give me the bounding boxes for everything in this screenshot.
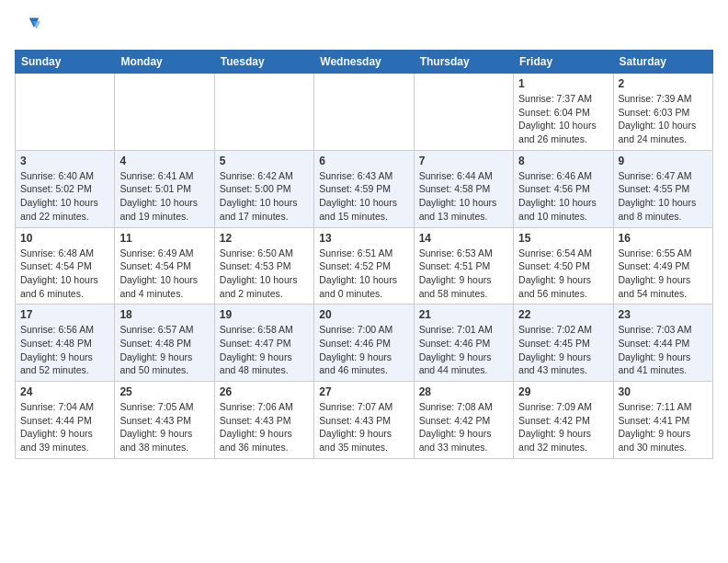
- day-number: 1: [518, 77, 608, 90]
- calendar-day: 22Sunrise: 7:02 AM Sunset: 4:45 PM Dayli…: [514, 304, 613, 382]
- day-info: Sunrise: 6:50 AM Sunset: 4:53 PM Dayligh…: [220, 247, 309, 301]
- day-info: Sunrise: 7:04 AM Sunset: 4:44 PM Dayligh…: [20, 400, 109, 454]
- day-info: Sunrise: 7:09 AM Sunset: 4:42 PM Dayligh…: [518, 400, 608, 454]
- day-number: 16: [619, 232, 708, 245]
- header-row: SundayMondayTuesdayWednesdayThursdayFrid…: [16, 51, 713, 74]
- day-header: Tuesday: [214, 51, 313, 74]
- calendar-week: 17Sunrise: 6:56 AM Sunset: 4:48 PM Dayli…: [16, 304, 713, 382]
- day-header: Saturday: [613, 51, 712, 74]
- calendar-day: [314, 74, 414, 151]
- day-info: Sunrise: 7:07 AM Sunset: 4:43 PM Dayligh…: [319, 400, 408, 454]
- calendar-day: 17Sunrise: 6:56 AM Sunset: 4:48 PM Dayli…: [16, 304, 115, 382]
- calendar-day: 5Sunrise: 6:42 AM Sunset: 5:00 PM Daylig…: [214, 150, 313, 227]
- day-number: 9: [619, 155, 708, 167]
- calendar-day: 10Sunrise: 6:48 AM Sunset: 4:54 PM Dayli…: [16, 227, 115, 304]
- calendar-week: 10Sunrise: 6:48 AM Sunset: 4:54 PM Dayli…: [16, 227, 713, 304]
- day-info: Sunrise: 7:02 AM Sunset: 4:45 PM Dayligh…: [518, 323, 608, 377]
- day-info: Sunrise: 7:08 AM Sunset: 4:42 PM Dayligh…: [419, 400, 508, 454]
- calendar-day: 23Sunrise: 7:03 AM Sunset: 4:44 PM Dayli…: [613, 304, 712, 382]
- calendar-day: 7Sunrise: 6:44 AM Sunset: 4:58 PM Daylig…: [414, 150, 513, 227]
- calendar-day: 24Sunrise: 7:04 AM Sunset: 4:44 PM Dayli…: [16, 382, 115, 459]
- day-header: Thursday: [414, 51, 513, 74]
- day-info: Sunrise: 6:56 AM Sunset: 4:48 PM Dayligh…: [20, 323, 109, 377]
- day-info: Sunrise: 6:53 AM Sunset: 4:51 PM Dayligh…: [419, 247, 508, 301]
- day-number: 25: [119, 385, 209, 398]
- day-number: 12: [220, 232, 309, 245]
- day-number: 10: [20, 232, 109, 245]
- day-info: Sunrise: 6:41 AM Sunset: 5:01 PM Dayligh…: [119, 169, 209, 224]
- calendar-day: [414, 74, 513, 151]
- calendar-day: 3Sunrise: 6:40 AM Sunset: 5:02 PM Daylig…: [16, 150, 115, 227]
- day-number: 5: [220, 155, 309, 167]
- day-info: Sunrise: 6:42 AM Sunset: 5:00 PM Dayligh…: [220, 169, 309, 224]
- calendar-day: 27Sunrise: 7:07 AM Sunset: 4:43 PM Dayli…: [314, 382, 414, 459]
- day-number: 27: [319, 385, 408, 398]
- day-number: 21: [419, 308, 508, 321]
- day-info: Sunrise: 6:47 AM Sunset: 4:55 PM Dayligh…: [619, 169, 708, 224]
- calendar-day: 26Sunrise: 7:06 AM Sunset: 4:43 PM Dayli…: [214, 382, 313, 459]
- day-info: Sunrise: 6:48 AM Sunset: 4:54 PM Dayligh…: [20, 247, 109, 301]
- day-info: Sunrise: 6:49 AM Sunset: 4:54 PM Dayligh…: [119, 247, 209, 301]
- calendar-day: 18Sunrise: 6:57 AM Sunset: 4:48 PM Dayli…: [115, 304, 214, 382]
- calendar-table: SundayMondayTuesdayWednesdayThursdayFrid…: [15, 50, 713, 459]
- calendar-day: 13Sunrise: 6:51 AM Sunset: 4:52 PM Dayli…: [314, 227, 414, 304]
- calendar-week: 3Sunrise: 6:40 AM Sunset: 5:02 PM Daylig…: [16, 150, 713, 227]
- calendar-day: 8Sunrise: 6:46 AM Sunset: 4:56 PM Daylig…: [514, 150, 613, 227]
- day-info: Sunrise: 7:01 AM Sunset: 4:46 PM Dayligh…: [419, 323, 508, 377]
- day-header: Monday: [115, 51, 214, 74]
- day-info: Sunrise: 6:57 AM Sunset: 4:48 PM Dayligh…: [119, 323, 209, 377]
- calendar-day: 25Sunrise: 7:05 AM Sunset: 4:43 PM Dayli…: [115, 382, 214, 459]
- calendar-day: 28Sunrise: 7:08 AM Sunset: 4:42 PM Dayli…: [414, 382, 513, 459]
- calendar-day: [16, 74, 115, 151]
- day-number: 11: [119, 232, 209, 245]
- day-number: 23: [619, 308, 708, 321]
- logo: [15, 15, 44, 40]
- day-header: Wednesday: [314, 51, 414, 74]
- calendar-day: 19Sunrise: 6:58 AM Sunset: 4:47 PM Dayli…: [214, 304, 313, 382]
- day-number: 3: [20, 155, 109, 167]
- day-number: 14: [419, 232, 508, 245]
- day-info: Sunrise: 7:39 AM Sunset: 6:03 PM Dayligh…: [619, 92, 708, 146]
- calendar-day: 20Sunrise: 7:00 AM Sunset: 4:46 PM Dayli…: [314, 304, 414, 382]
- calendar-day: 29Sunrise: 7:09 AM Sunset: 4:42 PM Dayli…: [514, 382, 613, 459]
- day-number: 15: [518, 232, 608, 245]
- calendar-day: [214, 74, 313, 151]
- calendar-day: 11Sunrise: 6:49 AM Sunset: 4:54 PM Dayli…: [115, 227, 214, 304]
- day-number: 13: [319, 232, 408, 245]
- day-number: 20: [319, 308, 408, 321]
- day-info: Sunrise: 6:54 AM Sunset: 4:50 PM Dayligh…: [518, 247, 608, 301]
- calendar-day: 2Sunrise: 7:39 AM Sunset: 6:03 PM Daylig…: [613, 74, 712, 151]
- day-number: 30: [619, 385, 708, 398]
- day-info: Sunrise: 7:00 AM Sunset: 4:46 PM Dayligh…: [319, 323, 408, 377]
- day-info: Sunrise: 6:43 AM Sunset: 4:59 PM Dayligh…: [319, 169, 408, 224]
- day-number: 2: [619, 77, 708, 90]
- day-number: 6: [319, 155, 408, 167]
- day-info: Sunrise: 7:06 AM Sunset: 4:43 PM Dayligh…: [220, 400, 309, 454]
- calendar-day: 21Sunrise: 7:01 AM Sunset: 4:46 PM Dayli…: [414, 304, 513, 382]
- header: [15, 15, 713, 40]
- day-info: Sunrise: 6:44 AM Sunset: 4:58 PM Dayligh…: [419, 169, 508, 224]
- day-number: 29: [518, 385, 608, 398]
- day-info: Sunrise: 6:55 AM Sunset: 4:49 PM Dayligh…: [619, 247, 708, 301]
- day-number: 7: [419, 155, 508, 167]
- day-number: 22: [518, 308, 608, 321]
- calendar-day: 4Sunrise: 6:41 AM Sunset: 5:01 PM Daylig…: [115, 150, 214, 227]
- day-number: 28: [419, 385, 508, 398]
- day-number: 8: [518, 155, 608, 167]
- calendar-day: 12Sunrise: 6:50 AM Sunset: 4:53 PM Dayli…: [214, 227, 313, 304]
- day-number: 19: [220, 308, 309, 321]
- day-info: Sunrise: 6:46 AM Sunset: 4:56 PM Dayligh…: [518, 169, 608, 224]
- day-info: Sunrise: 7:11 AM Sunset: 4:41 PM Dayligh…: [619, 400, 708, 454]
- calendar-day: 1Sunrise: 7:37 AM Sunset: 6:04 PM Daylig…: [514, 74, 613, 151]
- day-number: 26: [220, 385, 309, 398]
- calendar-day: 15Sunrise: 6:54 AM Sunset: 4:50 PM Dayli…: [514, 227, 613, 304]
- day-header: Friday: [514, 51, 613, 74]
- day-info: Sunrise: 7:05 AM Sunset: 4:43 PM Dayligh…: [119, 400, 209, 454]
- calendar-day: 14Sunrise: 6:53 AM Sunset: 4:51 PM Dayli…: [414, 227, 513, 304]
- day-info: Sunrise: 7:37 AM Sunset: 6:04 PM Dayligh…: [518, 92, 608, 146]
- calendar-day: 6Sunrise: 6:43 AM Sunset: 4:59 PM Daylig…: [314, 150, 414, 227]
- day-info: Sunrise: 6:58 AM Sunset: 4:47 PM Dayligh…: [220, 323, 309, 377]
- day-number: 24: [20, 385, 109, 398]
- day-header: Sunday: [16, 51, 115, 74]
- day-info: Sunrise: 6:51 AM Sunset: 4:52 PM Dayligh…: [319, 247, 408, 301]
